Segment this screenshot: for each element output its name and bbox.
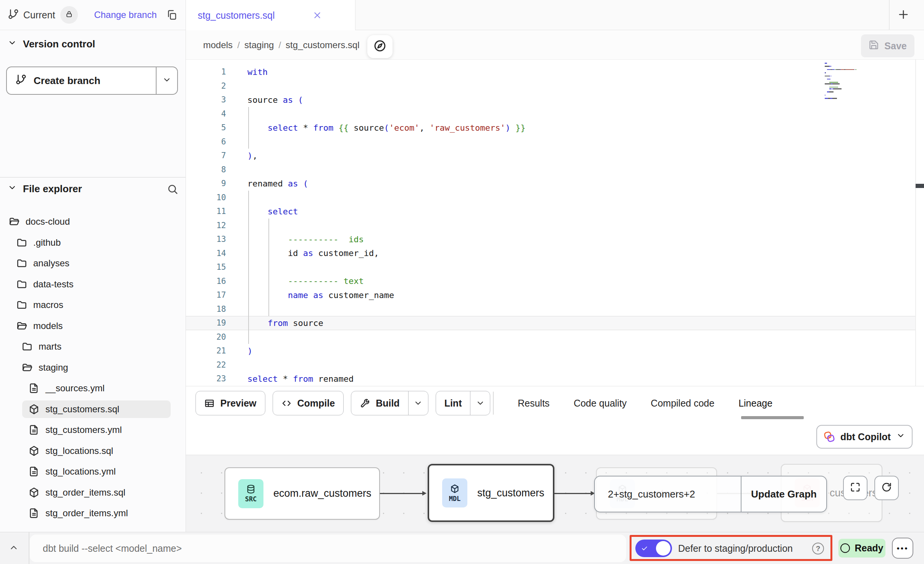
lint-button-main[interactable]: Lint (436, 391, 470, 415)
tab-stg-customers-sql[interactable]: stg_customers.sql (186, 0, 355, 31)
panel-tabs: ResultsCode qualityCompiled codeLineage (518, 386, 772, 420)
minimap-line (825, 69, 882, 70)
minimap-line (825, 80, 882, 81)
close-icon[interactable] (312, 10, 322, 20)
save-button[interactable]: Save (861, 34, 914, 57)
code-text: ---------- text (247, 276, 364, 286)
code-line: 10 (186, 191, 924, 205)
compile-button[interactable]: Compile (273, 391, 344, 415)
line-number: 18 (186, 305, 226, 314)
line-number: 17 (186, 290, 226, 300)
divider (0, 177, 186, 178)
code-lines: 1with23source as (45 select * from {{ so… (186, 65, 924, 386)
chevron-down-icon (162, 75, 171, 84)
more-options-button[interactable] (892, 538, 913, 559)
lint-button[interactable]: Lint (436, 391, 491, 415)
chevron-down-icon (476, 399, 485, 408)
update-graph-button[interactable]: Update Graph (741, 476, 826, 512)
line-number: 15 (186, 263, 226, 272)
fullscreen-icon (850, 481, 861, 493)
file-label: docs-cloud (26, 216, 70, 227)
code-text: name as customer_name (247, 290, 394, 300)
code-icon (281, 398, 292, 408)
folder-icon (16, 258, 27, 269)
copy-icon[interactable] (166, 9, 178, 21)
file-label: __sources.yml (45, 383, 105, 394)
breadcrumb-segment[interactable]: stg_customers.sql (286, 40, 359, 50)
lineage-selector-input[interactable]: 2+stg_customers+2 (595, 476, 741, 512)
new-tab-button[interactable] (893, 5, 914, 26)
folder-icon (21, 341, 33, 352)
create-branch-main[interactable]: Create branch (7, 67, 156, 94)
dbt-copilot-button[interactable]: dbt Copilot (816, 425, 913, 449)
build-button-main[interactable]: Build (351, 391, 408, 415)
breadcrumb-segment[interactable]: models (203, 40, 233, 50)
file-tree-item-marts[interactable]: marts (0, 336, 186, 357)
lineage-node-ecom-raw-customers[interactable]: SRCecom.raw_customers (225, 467, 380, 520)
preview-button-main[interactable]: Preview (196, 391, 265, 415)
file-tree-item-stg-locations-sql[interactable]: stg_locations.sql (0, 441, 186, 462)
tab-compiled-code[interactable]: Compiled code (651, 398, 714, 409)
file-tree-item-stg-customers-yml[interactable]: stg_customers.yml (0, 420, 186, 441)
compile-button-main[interactable]: Compile (273, 391, 344, 415)
command-input[interactable]: dbt build --select <model_name> (30, 535, 626, 562)
file-label: stg_locations.yml (45, 466, 116, 477)
minimap[interactable] (825, 63, 882, 101)
build-button[interactable]: Build (351, 391, 428, 415)
code-editor[interactable]: 1with23source as (45 select * from {{ so… (186, 60, 924, 386)
model-icon (450, 484, 460, 494)
file-label: analyses (33, 258, 69, 269)
file-tree-item--github[interactable]: .github (0, 232, 186, 253)
create-branch-button: Create branch (6, 66, 178, 95)
preview-button[interactable]: Preview (195, 391, 265, 415)
file-tree-item-data-tests[interactable]: data-tests (0, 274, 186, 295)
node-type-badge: MDL (442, 478, 467, 507)
code-line: 15 (186, 260, 924, 274)
collapse-panel-button[interactable] (5, 541, 22, 556)
file-tree-item--sources-yml[interactable]: __sources.yml (0, 378, 186, 399)
branch-locked-badge (60, 6, 78, 24)
file-tree-item-staging[interactable]: staging (0, 357, 186, 378)
breadcrumb[interactable]: models/staging/stg_customers.sql (203, 30, 360, 60)
change-branch-link[interactable]: Change branch (94, 10, 157, 20)
line-number: 4 (186, 109, 226, 118)
tab-results[interactable]: Results (518, 398, 549, 409)
lock-icon (65, 10, 73, 20)
file-tree-item-docs-cloud[interactable]: docs-cloud (0, 211, 186, 232)
file-tree-item-macros[interactable]: macros (0, 295, 186, 316)
refresh-button[interactable] (874, 476, 899, 500)
code-line: 23select * from renamed (186, 372, 924, 386)
fullscreen-icon (850, 481, 861, 494)
file-tree-item-stg-customers-sql[interactable]: stg_customers.sql (0, 399, 186, 420)
model-icon (28, 404, 40, 415)
code-line: 7), (186, 149, 924, 163)
lineage-canvas[interactable]: SRCecom.raw_customersMDLstg_customersMDL… (186, 455, 924, 532)
version-control-header[interactable]: Version control (8, 38, 95, 50)
lineage-edge (380, 493, 423, 494)
ready-circle-icon (840, 543, 850, 553)
breadcrumb-segment[interactable]: staging (244, 40, 274, 50)
file-tree-item-stg-order-items-yml[interactable]: stg_order_items.yml (0, 503, 186, 524)
file-explorer-header[interactable]: File explorer (8, 183, 178, 195)
create-branch-dropdown[interactable] (156, 67, 177, 94)
chevron-down-icon (8, 183, 17, 192)
chevron-down-icon (896, 431, 905, 442)
lineage-node-stg-customers[interactable]: MDLstg_customers (428, 464, 554, 522)
tab-code-quality[interactable]: Code quality (573, 398, 627, 409)
minimap-line (825, 74, 882, 75)
tab-lineage[interactable]: Lineage (738, 398, 772, 409)
fullscreen-button[interactable] (843, 476, 867, 500)
build-dropdown[interactable] (408, 391, 428, 415)
file-tree-item-models[interactable]: models (0, 316, 186, 337)
button-label: Build (376, 398, 400, 409)
badge-label: MDL (449, 495, 461, 502)
folder-icon (16, 237, 27, 248)
search-icon[interactable] (167, 183, 178, 195)
code-line: 13 ---------- ids (186, 232, 924, 246)
file-tree-item-stg-locations-yml[interactable]: stg_locations.yml (0, 461, 186, 482)
file-tree-item-analyses[interactable]: analyses (0, 253, 186, 274)
file-tree-item-stg-order-items-sql[interactable]: stg_order_items.sql (0, 482, 186, 503)
copilot-compass-button[interactable] (367, 35, 393, 58)
action-buttons: PreviewCompileBuildLint (195, 391, 490, 415)
lint-dropdown[interactable] (470, 391, 490, 415)
